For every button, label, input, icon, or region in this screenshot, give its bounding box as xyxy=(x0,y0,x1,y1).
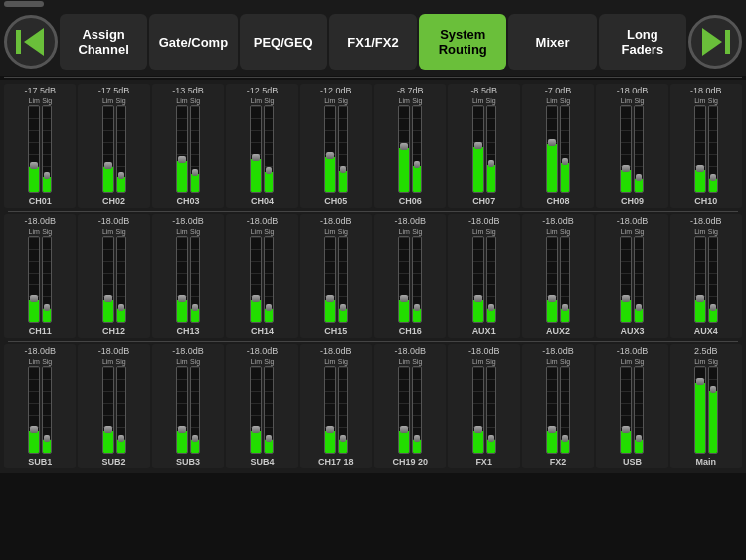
lim-fader-handle[interactable] xyxy=(400,143,408,150)
nav-tab-mixer[interactable]: Mixer xyxy=(508,14,596,70)
lim-fader-handle[interactable] xyxy=(622,295,630,302)
nav-tab-longfaders[interactable]: Long Faders xyxy=(599,14,686,70)
channel-name-label: AUX1 xyxy=(472,326,496,336)
lim-fader-handle[interactable] xyxy=(696,295,704,302)
sig-fader-handle[interactable] xyxy=(710,174,716,181)
next-button[interactable] xyxy=(688,15,742,69)
lim-fader-handle[interactable] xyxy=(548,426,556,433)
sig-fader-handle[interactable] xyxy=(118,304,124,311)
sig-meter xyxy=(708,105,718,193)
lim-fader-handle[interactable] xyxy=(178,295,186,302)
sig-fader-handle[interactable] xyxy=(44,172,50,179)
lim-meter xyxy=(620,366,632,454)
lim-label: Lim xyxy=(694,228,705,235)
lim-fader-handle[interactable] xyxy=(400,295,408,302)
channel-AUX4: -18.0dBLimSigAUX4 xyxy=(670,214,742,338)
lim-fader-handle[interactable] xyxy=(696,165,704,172)
channel-db-label: -7.0dB xyxy=(545,86,572,95)
lim-meter xyxy=(176,105,188,193)
lim-fader-handle[interactable] xyxy=(400,426,408,433)
channel-db-label: -18.0dB xyxy=(172,346,204,356)
lim-fader-handle[interactable] xyxy=(104,162,112,169)
lim-fader-handle[interactable] xyxy=(474,426,482,433)
sig-label: Sig xyxy=(42,228,52,235)
sig-fader-handle[interactable] xyxy=(192,304,198,311)
lim-fader-handle[interactable] xyxy=(474,142,482,149)
lim-label: Lim xyxy=(621,358,632,365)
sig-fader-handle[interactable] xyxy=(266,167,272,174)
sig-fader-handle[interactable] xyxy=(710,304,716,311)
lim-fader-handle[interactable] xyxy=(104,295,112,302)
sig-fader-handle[interactable] xyxy=(562,435,568,442)
channel-name-label: CH11 xyxy=(29,326,52,336)
sig-fader-handle[interactable] xyxy=(414,304,420,311)
lim-fader-handle[interactable] xyxy=(548,295,556,302)
lim-fader-handle[interactable] xyxy=(252,426,260,433)
nav-tab-assign[interactable]: Assign Channel xyxy=(60,14,147,70)
lim-fader-handle[interactable] xyxy=(326,426,334,433)
sig-fader-handle[interactable] xyxy=(192,435,198,442)
sig-fader-handle[interactable] xyxy=(44,435,50,442)
sig-fader-handle[interactable] xyxy=(636,304,642,311)
lim-fader-handle[interactable] xyxy=(622,165,630,172)
sig-label: Sig xyxy=(560,358,570,365)
sig-fader-handle[interactable] xyxy=(562,158,568,165)
channel-db-label: -18.0dB xyxy=(320,216,352,226)
lim-fader-handle[interactable] xyxy=(622,426,630,433)
lim-fader-handle[interactable] xyxy=(252,154,260,161)
lim-label: Lim xyxy=(546,228,557,235)
lim-fader-handle[interactable] xyxy=(326,295,334,302)
sig-fader-handle[interactable] xyxy=(118,435,124,442)
channel-CH11: -18.0dBLimSigCH11 xyxy=(4,214,76,338)
nav-tab-fx1fx2[interactable]: FX1/FX2 xyxy=(329,14,417,70)
sig-fader-handle[interactable] xyxy=(562,304,568,311)
sig-fader-handle[interactable] xyxy=(710,386,716,393)
lim-fader-handle[interactable] xyxy=(696,378,704,385)
sig-fader-handle[interactable] xyxy=(414,435,420,442)
lim-meter xyxy=(250,366,262,454)
prev-button[interactable] xyxy=(4,15,58,69)
lim-fader-handle[interactable] xyxy=(178,426,186,433)
lim-label: Lim xyxy=(176,97,187,104)
lim-meter xyxy=(28,366,40,454)
sig-fader-handle[interactable] xyxy=(488,304,494,311)
lim-label: Lim xyxy=(472,228,483,235)
lim-label: Lim xyxy=(399,97,410,104)
lim-label: Lim xyxy=(472,97,483,104)
lim-fader-handle[interactable] xyxy=(178,156,186,163)
channel-name-label: SUB2 xyxy=(102,457,126,467)
sig-fader-handle[interactable] xyxy=(340,304,346,311)
nav-tab-gatecomp[interactable]: Gate/Comp xyxy=(149,14,237,70)
lim-fader-handle[interactable] xyxy=(326,152,334,159)
sig-fader-handle[interactable] xyxy=(340,435,346,442)
nav-tab-sysrouting[interactable]: System Routing xyxy=(419,14,506,70)
sig-meter xyxy=(634,105,644,193)
lim-meter xyxy=(176,366,188,454)
lim-fader-handle[interactable] xyxy=(474,295,482,302)
lim-fader-handle[interactable] xyxy=(30,162,38,169)
sig-fader-handle[interactable] xyxy=(414,161,420,168)
sig-fader-handle[interactable] xyxy=(118,172,124,179)
sig-fader-handle[interactable] xyxy=(44,304,50,311)
nav-tab-peqgeq[interactable]: PEQ/GEQ xyxy=(240,14,327,70)
sig-fader-handle[interactable] xyxy=(266,304,272,311)
lim-fader-handle[interactable] xyxy=(104,426,112,433)
sig-fader-handle[interactable] xyxy=(340,166,346,173)
sig-label: Sig xyxy=(708,97,718,104)
sig-fader-handle[interactable] xyxy=(488,435,494,442)
sig-fader-handle[interactable] xyxy=(488,160,494,167)
sig-fader-handle[interactable] xyxy=(266,435,272,442)
lim-fader-handle[interactable] xyxy=(548,139,556,146)
sig-label: Sig xyxy=(634,228,644,235)
channel-SUB2: -18.0dBLimSigSUB2 xyxy=(78,344,149,468)
lim-fader-handle[interactable] xyxy=(30,426,38,433)
lim-fader-handle[interactable] xyxy=(30,295,38,302)
lim-label: Lim xyxy=(176,228,187,235)
lim-fader-handle[interactable] xyxy=(252,295,260,302)
channel-db-label: -18.0dB xyxy=(320,346,352,356)
channel-db-label: -18.0dB xyxy=(468,216,500,226)
channel-db-label: -18.0dB xyxy=(542,216,574,226)
sig-fader-handle[interactable] xyxy=(192,169,198,176)
sig-fader-handle[interactable] xyxy=(636,435,642,442)
sig-fader-handle[interactable] xyxy=(636,174,642,181)
